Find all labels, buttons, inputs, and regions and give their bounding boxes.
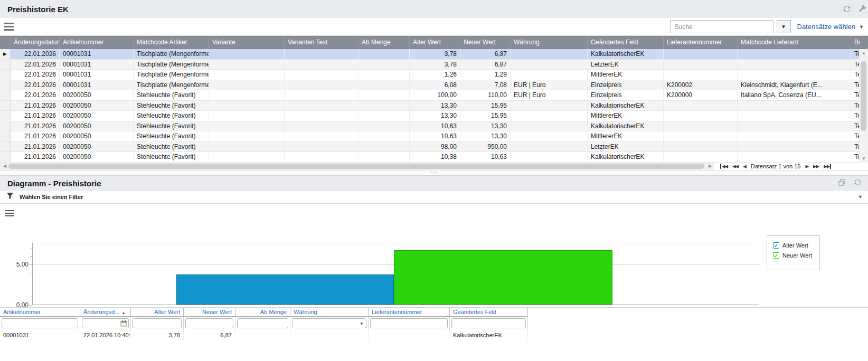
chart-menu-icon[interactable] [5, 210, 14, 217]
detail-cell [235, 330, 290, 340]
row-selector-cell[interactable]: ▶ [0, 49, 11, 59]
column-header-11[interactable]: Lieferantennummer [664, 36, 738, 49]
pager-fast-prev-button[interactable]: ◀◀ [732, 164, 738, 169]
detail-cell: KalkulatorischerEK [450, 330, 528, 340]
calendar-icon[interactable] [120, 320, 127, 328]
cell [664, 111, 738, 121]
cell: 6,87 [460, 60, 511, 70]
column-header-13[interactable]: Be [851, 36, 860, 49]
filter-input-5[interactable] [293, 319, 366, 328]
vertical-scrollbar[interactable]: ▲ ▼ [860, 49, 868, 163]
cell [358, 101, 410, 111]
filter-cell [80, 317, 131, 330]
column-header-9[interactable]: Währung [511, 36, 588, 49]
row-selector-cell[interactable] [0, 142, 11, 152]
legend-item-neuer-wert[interactable]: ✓Neuer Wert [773, 251, 819, 261]
table-row[interactable]: ▶22.01.202600001031Tischplatte (Mengenfo… [0, 49, 868, 60]
refresh-icon[interactable] [843, 5, 851, 13]
y-axis-tick [30, 297, 32, 297]
row-selector-cell[interactable] [0, 111, 11, 121]
table-row[interactable]: 21.01.202600200050Stehleuchte (Favorit)9… [0, 142, 868, 153]
column-header-7[interactable]: Alter Wert [410, 36, 460, 49]
filter-input-2[interactable] [133, 319, 181, 328]
column-header-8[interactable]: Neuer Wert [460, 36, 511, 49]
table-row[interactable]: 21.01.202600200050Stehleuchte (Favorit)1… [0, 152, 868, 163]
column-header-4[interactable]: Variante [209, 36, 285, 49]
cell: Te [851, 49, 860, 59]
table-row[interactable]: 22.01.202600001031Tischplatte (Mengenfor… [0, 60, 868, 70]
cell: Te [851, 131, 860, 141]
table-row[interactable]: 22.01.202600001031Tischplatte (Mengenfor… [0, 70, 868, 80]
detail-grid-data-row[interactable]: 0000103122.01.2026 10:40:33,786,87Kalkul… [0, 330, 868, 340]
row-selector-cell[interactable] [0, 80, 11, 90]
filter-input-7[interactable] [452, 319, 525, 328]
popout-icon[interactable] [838, 178, 846, 188]
row-selector-cell[interactable] [0, 101, 11, 111]
refresh-icon[interactable] [854, 178, 862, 188]
column-header-12[interactable]: Matchcode Lieferant [738, 36, 851, 49]
pager-fast-next-button[interactable]: ▶▶ [813, 164, 819, 169]
detail-column-header-5[interactable]: Währung [290, 308, 369, 317]
row-selector-cell[interactable] [0, 131, 11, 141]
row-selector-cell[interactable] [0, 121, 11, 131]
panel-splitter[interactable]: ··· [0, 170, 868, 175]
chevron-down-icon[interactable]: ▼ [858, 194, 863, 200]
table-row[interactable]: 21.01.202600200050Stehleuchte (Favorit)1… [0, 131, 868, 142]
column-header-2[interactable]: Artikelnummer [60, 36, 134, 49]
filter-input-3[interactable] [186, 319, 233, 328]
row-selector-cell[interactable] [0, 70, 11, 80]
column-header-10[interactable]: Geändertes Feld [588, 36, 664, 49]
column-header-3[interactable]: Matchcode Artikel [134, 36, 209, 49]
detail-column-header-1[interactable]: Änderungsd...▲ [80, 308, 131, 317]
detail-column-header-0[interactable]: Artikelnummer [0, 308, 80, 317]
horizontal-scrollbar[interactable]: ◀ ▶ [0, 163, 714, 170]
row-selector-cell[interactable] [0, 90, 11, 100]
cell: Einzelpreis [588, 90, 664, 100]
pager-next-button[interactable]: ▶ [806, 164, 809, 169]
row-selector-cell[interactable] [0, 60, 11, 70]
cell: 110,00 [460, 90, 511, 100]
cell: Stehleuchte (Favorit) [134, 101, 209, 111]
detail-column-header-2[interactable]: Alter Wert [131, 308, 184, 317]
pager-prev-button[interactable]: ◀ [743, 164, 746, 169]
filter-dropdown-button[interactable]: ▼ [777, 20, 791, 33]
bar-neuer-wert [394, 250, 612, 305]
table-row[interactable]: 22.01.202600200050Stehleuchte (Favorit)1… [0, 90, 868, 101]
table-row[interactable]: 21.01.202600200050Stehleuchte (Favorit)1… [0, 101, 868, 111]
select-records-button[interactable]: Datensätze wählen ▼ [797, 23, 864, 31]
column-header-5[interactable]: Varianten Text [285, 36, 358, 49]
legend-checkbox-icon[interactable]: ✓ [773, 252, 779, 259]
legend-item-alter-wert[interactable]: ✓Alter Wert [773, 241, 819, 251]
filter-input-4[interactable] [238, 319, 288, 328]
detail-column-header-3[interactable]: Neuer Wert [184, 308, 235, 317]
filter-input-6[interactable] [371, 319, 447, 328]
filter-input-0[interactable] [2, 319, 78, 328]
table-row[interactable]: 21.01.202600200050Stehleuchte (Favorit)1… [0, 121, 868, 132]
cell: 21.01.2026 [11, 152, 60, 162]
chevron-down-icon[interactable]: ▼ [360, 321, 364, 326]
grid-toolbar: ▼ Datensätze wählen ▼ [0, 18, 868, 35]
search-input[interactable] [670, 20, 773, 33]
pager-first-button[interactable]: ◀◀ [720, 164, 728, 169]
chart-filter-bar[interactable]: Wählen Sie einen Filter ▼ [0, 191, 868, 204]
detail-column-header-6[interactable]: Lieferantennummer [369, 308, 450, 317]
cell: MittlererEK [588, 70, 664, 80]
detail-grid: ArtikelnummerÄnderungsd...▲Alter WertNeu… [0, 308, 868, 340]
column-header-1[interactable]: Änderungsdatum [11, 36, 60, 49]
header-filler [528, 308, 868, 317]
table-row[interactable]: 21.01.202600200050Stehleuchte (Favorit)1… [0, 111, 868, 121]
pager-last-button[interactable]: ▶▶ [824, 164, 831, 169]
detail-column-header-7[interactable]: Geändertes Feld [450, 308, 528, 317]
diagram-title: Diagramm - Preishistorie [7, 179, 101, 188]
legend-checkbox-icon[interactable]: ✓ [773, 242, 779, 249]
row-selector-cell[interactable] [0, 152, 11, 162]
cell [358, 142, 410, 152]
detail-column-header-4[interactable]: Ab Menge [235, 308, 290, 317]
wrench-icon[interactable] [858, 5, 867, 13]
table-row[interactable]: 22.01.202600001031Tischplatte (Mengenfor… [0, 80, 868, 91]
cell: Stehleuchte (Favorit) [134, 142, 209, 152]
column-header-6[interactable]: Ab Menge [358, 36, 410, 49]
cell: Tischplatte (Mengenformel) [134, 70, 209, 80]
menu-icon[interactable] [4, 23, 14, 31]
cell: EUR | Euro [511, 90, 588, 100]
